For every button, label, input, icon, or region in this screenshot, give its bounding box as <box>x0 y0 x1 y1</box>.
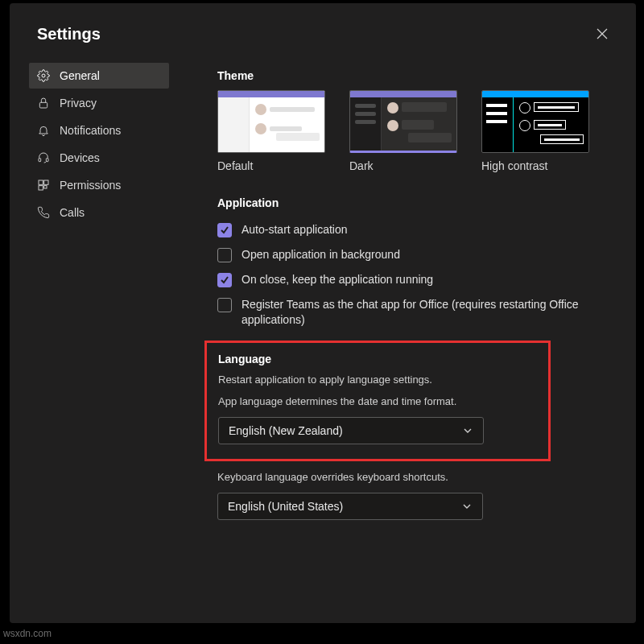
check-autostart[interactable]: Auto-start application <box>217 217 617 242</box>
checkbox[interactable] <box>217 273 232 287</box>
svg-rect-6 <box>39 180 43 184</box>
check-onclose[interactable]: On close, keep the application running <box>217 267 617 292</box>
sidebar-item-notifications[interactable]: Notifications <box>29 118 169 143</box>
check-open-bg[interactable]: Open application in background <box>217 242 617 267</box>
checkbox[interactable] <box>217 248 232 262</box>
close-icon <box>597 28 608 39</box>
language-highlight-box: Language Restart application to apply la… <box>204 341 551 461</box>
chevron-down-icon <box>462 425 473 436</box>
titlebar: Settings <box>10 3 636 55</box>
content-pane: Theme Default Dark <box>174 63 636 520</box>
app-language-select[interactable]: English (New Zealand) <box>218 417 484 444</box>
sidebar-item-label: Calls <box>60 206 85 219</box>
sidebar-item-general[interactable]: General <box>29 63 169 89</box>
headset-icon <box>37 151 50 164</box>
lock-icon <box>37 97 50 109</box>
check-label: Register Teams as the chat app for Offic… <box>242 297 588 328</box>
svg-point-2 <box>42 74 45 77</box>
check-label: Auto-start application <box>242 222 348 237</box>
select-value: English (United States) <box>228 500 343 513</box>
close-button[interactable] <box>589 21 615 47</box>
sidebar: General Privacy Notifications Devices Pe… <box>10 63 174 520</box>
watermark: wsxdn.com <box>3 628 52 639</box>
svg-rect-3 <box>39 102 47 108</box>
select-value: English (New Zealand) <box>229 424 343 437</box>
theme-default-thumb <box>217 90 325 153</box>
app-icon <box>37 179 50 192</box>
theme-high-contrast[interactable]: High contrast <box>481 90 589 172</box>
theme-heading: Theme <box>217 69 617 82</box>
sidebar-item-label: General <box>60 69 100 82</box>
svg-rect-9 <box>44 186 47 188</box>
check-icon <box>220 275 229 285</box>
checkbox[interactable] <box>217 223 232 237</box>
phone-icon <box>37 206 50 219</box>
application-heading: Application <box>217 196 617 209</box>
theme-dark[interactable]: Dark <box>349 90 457 172</box>
keyboard-language-select[interactable]: English (United States) <box>217 493 483 520</box>
check-label: On close, keep the application running <box>242 272 433 287</box>
svg-rect-5 <box>46 159 48 162</box>
language-app-note: App language determines the date and tim… <box>218 395 537 407</box>
gear-icon <box>37 69 50 82</box>
sidebar-item-label: Permissions <box>60 179 121 192</box>
page-title: Settings <box>37 25 101 43</box>
theme-hc-thumb <box>481 90 589 153</box>
theme-dark-thumb <box>349 90 457 153</box>
check-label: Open application in background <box>242 247 400 262</box>
theme-label: Dark <box>349 159 457 172</box>
check-icon <box>220 225 229 235</box>
check-register[interactable]: Register Teams as the chat app for Offic… <box>217 292 617 332</box>
language-restart-note: Restart application to apply language se… <box>218 374 537 386</box>
sidebar-item-permissions[interactable]: Permissions <box>29 172 169 198</box>
svg-rect-7 <box>44 180 48 184</box>
sidebar-item-label: Privacy <box>60 97 97 109</box>
theme-label: Default <box>217 159 325 172</box>
theme-label: High contrast <box>481 159 589 172</box>
sidebar-item-label: Notifications <box>60 124 121 137</box>
sidebar-item-label: Devices <box>60 151 100 164</box>
keyboard-note: Keyboard language overrides keyboard sho… <box>217 471 617 483</box>
theme-options: Default Dark High cont <box>217 90 617 172</box>
sidebar-item-privacy[interactable]: Privacy <box>29 90 169 116</box>
settings-window: Settings General Privacy Notifications D… <box>10 3 636 623</box>
sidebar-item-devices[interactable]: Devices <box>29 145 169 171</box>
svg-rect-8 <box>39 186 43 190</box>
language-heading: Language <box>218 353 537 365</box>
checkbox[interactable] <box>217 298 232 312</box>
theme-default[interactable]: Default <box>217 90 325 172</box>
bell-icon <box>37 124 50 137</box>
chevron-down-icon <box>461 501 473 512</box>
svg-rect-4 <box>39 159 41 162</box>
sidebar-item-calls[interactable]: Calls <box>29 200 169 225</box>
